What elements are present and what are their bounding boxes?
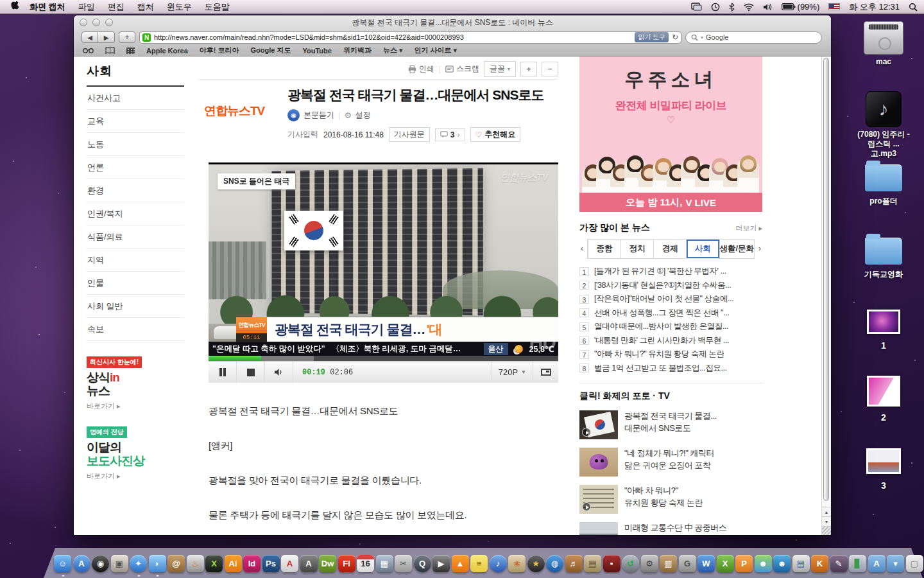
stop-button[interactable] — [237, 362, 265, 383]
dock-icon-iweb[interactable]: ▤ — [584, 555, 601, 572]
bluetooth-icon[interactable] — [729, 3, 735, 12]
tab-life-culture[interactable]: 생활/문화 — [719, 240, 754, 258]
dock-icon-time-machine[interactable]: ↺ — [622, 555, 639, 572]
address-bar[interactable]: N http://news.naver.com/main/read.nhn?mo… — [139, 31, 681, 44]
sidebar-item-human-rights[interactable]: 인권/복지 — [87, 202, 184, 225]
dock-icon-imovie[interactable]: ★ — [527, 555, 545, 572]
menu-app-name[interactable]: 화면 캡처 — [23, 1, 72, 13]
dock-icon-front-row[interactable]: ▪ — [603, 555, 620, 572]
dock-icon-clamp-app[interactable]: G — [679, 555, 696, 572]
top-sites-icon[interactable] — [126, 48, 135, 54]
bookmark-youtube[interactable]: YouTube — [302, 47, 331, 55]
dock-icon-iphoto[interactable]: ❀ — [508, 555, 526, 572]
video-progress-bar[interactable] — [209, 356, 558, 361]
dock-icon-itunes[interactable]: ♪ — [490, 555, 507, 572]
news-rank-item[interactable]: 2['38사기동대' 현실은?①]치열한 수싸움... — [579, 279, 762, 293]
sidebar-item-breaking[interactable]: 속보 — [87, 318, 184, 341]
video-player[interactable]: SNS로 들어온 태극 연합뉴스TV 연합뉴스TV 05:11 광복절 전국 태… — [209, 162, 558, 381]
news-rank-item[interactable]: 5열대야 때문에...밤사이 발생한 온열질... — [579, 320, 762, 334]
desktop-icon-folder-movies[interactable]: 기독교영화 — [856, 232, 911, 279]
close-button[interactable] — [80, 19, 87, 26]
dock-icon-photo-booth[interactable]: ▦ — [376, 555, 393, 572]
menu-window[interactable]: 윈도우 — [160, 1, 198, 13]
recommend-button[interactable]: ♡추천해요 — [470, 127, 521, 142]
dock-icon-garageband[interactable]: ♬ — [565, 555, 583, 572]
desktop-icon-image-3[interactable]: 3 — [856, 448, 911, 492]
back-button[interactable]: ◀ — [81, 31, 98, 43]
dock-icon-address-book[interactable]: @ — [167, 555, 185, 572]
dock-icon-dreamweaver[interactable]: Dw — [319, 555, 336, 572]
font-smaller-button[interactable]: − — [542, 62, 558, 76]
listen-button[interactable]: 본문듣기 — [304, 110, 334, 121]
photo-tv-item[interactable]: "네 정체가 뭐니?!" 캐릭터닮은 귀여운 오징어 포착 — [579, 448, 762, 477]
bookmark-apple-korea[interactable]: Apple Korea — [146, 47, 188, 55]
title-bar[interactable]: 광복절 전국 태극기 물결...대문에서 SNS로도 : 네이버 뉴스 — [74, 15, 831, 30]
apple-menu-icon[interactable] — [6, 1, 23, 13]
search-field[interactable]: ▾ Google — [685, 31, 822, 44]
forward-button[interactable]: ▶ — [98, 31, 115, 43]
dock-icon-grab[interactable]: ✂ — [395, 555, 412, 572]
sidebar-item-incident[interactable]: 사건사고 — [87, 87, 184, 110]
dock-icon-player[interactable]: ▶ — [432, 555, 450, 572]
dock-icon-folder-documents[interactable]: ▾ — [887, 555, 904, 572]
url-text[interactable]: http://news.naver.com/main/read.nhn?mode… — [154, 33, 631, 41]
battery-icon[interactable]: (99%) — [782, 2, 820, 12]
menu-help[interactable]: 도움말 — [198, 1, 236, 13]
dock-icon-pages[interactable]: ✎ — [830, 555, 848, 572]
sidebar-item-labor[interactable]: 노동 — [87, 133, 184, 156]
minimize-button[interactable] — [92, 19, 100, 26]
photo-tv-item[interactable]: "아빠 차 뭐니?"유치원 황당 숙제 논란 — [579, 485, 762, 514]
scroll-down-button[interactable]: ▼ — [822, 516, 831, 526]
bookmark-google-maps[interactable]: Google 지도 — [251, 46, 291, 55]
dock-icon-quicktime[interactable]: Q — [414, 555, 431, 572]
dock-icon-messenger[interactable]: ☻ — [755, 555, 772, 572]
bookmark-popular-folder[interactable]: 인기 사이트 ▾ — [414, 46, 457, 55]
scrollbar-thumb[interactable] — [823, 58, 829, 501]
tab-politics[interactable]: 정치 — [620, 240, 653, 258]
desktop-icon-image-1[interactable]: 1 — [856, 310, 911, 352]
dock-icon-stickies[interactable]: ≡ — [470, 555, 488, 572]
volume-icon[interactable] — [763, 3, 773, 11]
sidebar-item-food-medical[interactable]: 식품/의료 — [87, 225, 184, 249]
sidebar-item-education[interactable]: 교육 — [87, 110, 184, 133]
desktop-icon-hard-drive[interactable]: mac — [856, 21, 911, 67]
promo-link[interactable]: 바로가기 ▸ — [87, 401, 184, 411]
new-tab-button[interactable]: + — [119, 31, 135, 43]
desktop-icon-image-2[interactable]: 2 — [856, 376, 911, 424]
menu-file[interactable]: 파일 — [72, 1, 101, 13]
desktop-icon-folder-pro[interactable]: pro폴더 — [856, 159, 911, 206]
dock-icon-safari[interactable]: ✦ — [130, 555, 147, 572]
settings-button[interactable]: 설정 — [355, 110, 371, 121]
promo-link[interactable]: 바로가기 ▸ — [87, 471, 184, 481]
dock-icon-office-newsletter[interactable]: ▤ — [792, 555, 810, 572]
news-rank-item[interactable]: 4선배 아내 성폭행...그 장면 찍은 선배 "... — [579, 306, 762, 320]
bookmark-news-folder[interactable]: 뉴스 ▾ — [383, 46, 403, 55]
quality-selector[interactable]: 720P▼ — [492, 362, 533, 383]
sidebar-item-people[interactable]: 인물 — [87, 272, 184, 295]
dock-icon-illustrator[interactable]: Ai — [225, 555, 242, 572]
window-scrollbar[interactable]: ▲ ▼ — [821, 57, 831, 535]
dock-icon-dashboard[interactable]: ◉ — [92, 555, 109, 572]
spotlight-icon[interactable] — [909, 3, 918, 12]
dock-icon-folder-applications[interactable]: A — [868, 555, 886, 572]
menu-clock[interactable]: 화 오후 12:31 — [849, 1, 900, 13]
comments-button[interactable]: 3› — [435, 128, 465, 141]
scroll-up-button[interactable]: ▲ — [822, 507, 831, 516]
bookmark-yahoo-korea[interactable]: 야후! 코리아 — [200, 46, 239, 55]
dock-icon-finder[interactable]: ☺ — [54, 555, 71, 572]
promo-commonsense-news[interactable]: 최신시사 한눈에! 상식in뉴스 바로가기 ▸ — [87, 355, 184, 411]
dock-icon-entourage[interactable]: ☻ — [773, 555, 791, 572]
sidebar-item-region[interactable]: 지역 — [87, 249, 184, 272]
desktop-icon-mp3[interactable]: ♪ (7080) 임주리 - 립스틱 ...고.mp3 — [856, 91, 911, 159]
input-language-flag-icon[interactable] — [828, 3, 840, 10]
video-frame[interactable]: SNS로 들어온 태극 연합뉴스TV 연합뉴스TV 05:11 광복절 전국 태… — [209, 164, 558, 342]
dock-icon-word[interactable]: W — [697, 555, 715, 572]
dock-icon-xee[interactable]: X — [205, 555, 223, 572]
reader-tool-button[interactable]: 읽기 도구 — [635, 32, 669, 42]
dock-icon-system-preferences[interactable]: ⚙ — [641, 555, 658, 572]
tab-economy[interactable]: 경제 — [653, 240, 686, 258]
bookmark-wikipedia[interactable]: 위키백과 — [343, 46, 372, 55]
fullscreen-button[interactable] — [533, 362, 558, 383]
zoom-button[interactable] — [105, 19, 113, 26]
dock-icon-preview[interactable]: ▣ — [111, 555, 128, 572]
